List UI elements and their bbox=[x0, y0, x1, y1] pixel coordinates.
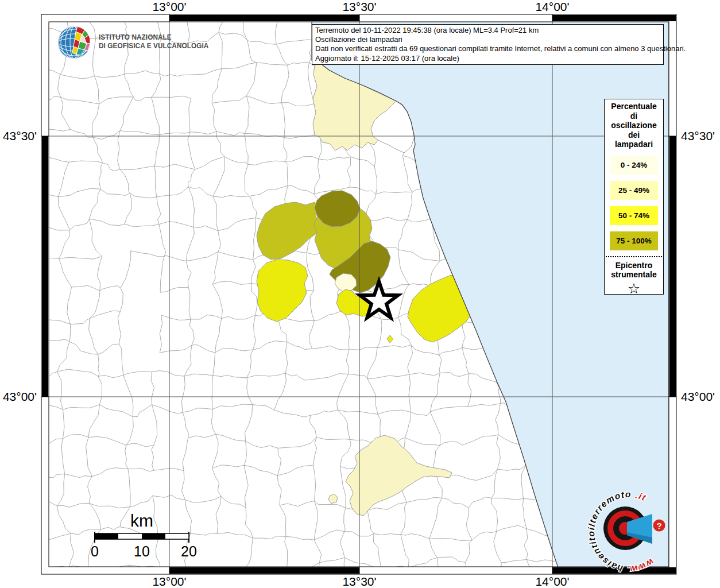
scale-tick-label: 0 bbox=[91, 543, 99, 559]
event-info-box: Terremoto del 10-11-2022 19:45:38 (ora l… bbox=[312, 24, 664, 65]
axis-label-bottom: 14°00' bbox=[535, 575, 569, 588]
axis-label-left: 43°00' bbox=[3, 390, 37, 403]
haisentito-logo: ? www. haisentitoilterremoto .it bbox=[587, 490, 672, 575]
earthquake-intensity-map-page: km 0 10 20 bbox=[0, 0, 720, 588]
legend-swatch-50-74: 50 - 74% bbox=[610, 206, 658, 225]
legend: Percentuale di oscillazione dei lampadar… bbox=[604, 99, 664, 295]
legend-title-line: di bbox=[605, 111, 663, 121]
axis-label-top: 14°00' bbox=[535, 0, 569, 13]
ingv-globe-icon bbox=[57, 23, 94, 61]
legend-title-line: dei bbox=[605, 130, 663, 140]
axis-label-bottom: 13°30' bbox=[342, 575, 376, 588]
legend-swatch-0-24: 0 - 24% bbox=[610, 156, 658, 175]
axis-label-bottom: 13°00' bbox=[152, 575, 186, 588]
question-mark: ? bbox=[656, 521, 661, 531]
event-updated: Aggiornato il: 15-12-2025 03:17 (ora loc… bbox=[315, 54, 660, 63]
axis-label-right: 43°30' bbox=[681, 129, 715, 142]
axis-label-left: 43°30' bbox=[3, 129, 37, 142]
ingv-name-line1: ISTITUTO NAZIONALE bbox=[99, 33, 208, 42]
axis-label-right: 43°00' bbox=[681, 390, 715, 403]
legend-swatch-25-49: 25 - 49% bbox=[610, 181, 658, 200]
axis-label-top: 13°00' bbox=[152, 0, 186, 13]
legend-star-icon: ☆ bbox=[605, 281, 663, 296]
event-effect: Oscillazione dei lampadari bbox=[315, 35, 660, 44]
legend-divider bbox=[606, 256, 662, 257]
legend-epicenter-label: strumentale bbox=[605, 270, 663, 280]
legend-title-line: lampadari bbox=[605, 140, 663, 149]
logo-text-www: www. bbox=[626, 557, 656, 574]
legend-epicenter-label: Epicentro bbox=[605, 261, 663, 270]
scale-unit-label: km bbox=[130, 511, 153, 530]
legend-title-line: oscillazione bbox=[605, 121, 663, 130]
scale-tick-label: 20 bbox=[181, 543, 197, 559]
event-data-note: Dati non verificati estratti da 69 quest… bbox=[315, 44, 660, 53]
legend-title-line: Percentuale bbox=[605, 102, 663, 111]
scale-tick-label: 10 bbox=[134, 543, 150, 559]
ingv-name-line2: DI GEOFISICA E VULCANOLOGIA bbox=[99, 42, 208, 51]
ingv-logo: ISTITUTO NAZIONALE DI GEOFISICA E VULCAN… bbox=[57, 23, 216, 61]
event-title: Terremoto del 10-11-2022 19:45:38 (ora l… bbox=[315, 26, 660, 35]
axis-label-top: 13°30' bbox=[342, 0, 376, 13]
legend-swatch-75-100: 75 - 100% bbox=[610, 231, 658, 250]
logo-text-it: .it bbox=[634, 490, 648, 502]
